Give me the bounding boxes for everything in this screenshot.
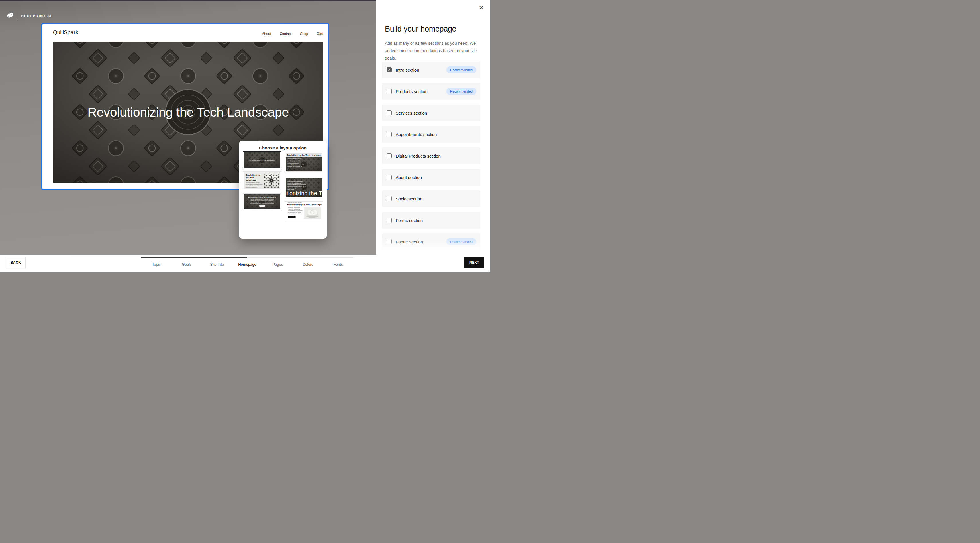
layout-col-right: Revolutionizing the Tech Landscape Step … [285, 151, 323, 221]
layout-thumb-image [264, 173, 279, 187]
thumb-body-text: Step into the future with our cutting-ed… [250, 199, 274, 204]
checkbox-unchecked-icon[interactable] [387, 110, 392, 116]
layout-grid: Revolutionizing the Tech Landscape Revol… [243, 151, 323, 221]
section-row-about-section[interactable]: About section [382, 169, 480, 186]
thumb-title: Revolutionizing the Tech Landscape [248, 197, 277, 198]
tab-homepage[interactable]: Homepage [232, 261, 262, 268]
checkbox-unchecked-icon[interactable] [387, 132, 392, 137]
checkbox-unchecked-icon[interactable] [387, 239, 392, 244]
site-title: QuillSpark [53, 29, 78, 35]
thumb-button [288, 187, 294, 189]
recommended-badge: Recommended [447, 238, 476, 245]
checkbox-unchecked-icon[interactable] [387, 175, 392, 180]
tab-pages[interactable]: Pages [262, 261, 293, 268]
site-nav: About Contact Shop Cart [262, 32, 323, 36]
panel-title: Build your homepage [385, 25, 456, 33]
thumb-title: Revolutionizing the Tech Landscape [244, 152, 280, 168]
section-row-appointments-section[interactable]: Appointments section [382, 126, 480, 143]
layout-option-title-above-image[interactable]: Revolutionizing the Tech Landscape Step … [285, 152, 323, 173]
section-row-digital-products-section[interactable]: Digital Products section [382, 148, 480, 164]
section-label: Forms section [396, 218, 423, 223]
section-label: About section [396, 175, 422, 180]
section-row-footer-section[interactable]: Footer sectionRecommended [382, 233, 480, 250]
section-row-social-section[interactable]: Social section [382, 191, 480, 207]
checkbox-unchecked-icon[interactable] [387, 196, 392, 201]
section-list: ✓Intro sectionRecommendedProducts sectio… [382, 62, 480, 255]
thumb-title: Revolutionizing the Tech Landscape [286, 153, 322, 157]
tab-topic[interactable]: Topic [141, 261, 172, 268]
popover-title: Choose a layout option [239, 146, 327, 150]
section-label: Products section [396, 89, 428, 94]
section-row-forms-section[interactable]: Forms section [382, 212, 480, 229]
layout-option-split-text-left[interactable]: Revolutionizing the Tech Landscape Step … [243, 171, 282, 190]
thumb-title: Revolutionizing the Tech Landscape [246, 174, 263, 181]
layout-thumb-product-image [304, 207, 321, 219]
nav-link-about[interactable]: About [262, 32, 271, 36]
layout-option-centered-text-on-image[interactable]: Revolutionizing the Tech Landscape Step … [243, 193, 282, 210]
progress-bar [141, 257, 353, 258]
tab-fonts[interactable]: Fonts [323, 261, 353, 268]
section-label: Intro section [396, 68, 419, 73]
thumb-title: utionizing the T [286, 190, 322, 197]
section-label: Appointments section [396, 132, 437, 137]
tab-site-info[interactable]: Site Info [202, 261, 232, 268]
recommended-badge: Recommended [447, 88, 476, 95]
progress-fill [141, 257, 247, 258]
section-label: Digital Products section [396, 154, 441, 158]
step-tabs: TopicGoalsSite InfoHomepagePagesColorsFo… [141, 261, 353, 268]
layout-option-title-top-product-right[interactable]: Revolutionizing the Tech Landscape Step … [285, 201, 323, 221]
section-row-services-section[interactable]: Services section [382, 105, 480, 121]
thumb-body-text: Step into the future with our cutting-ed… [287, 158, 305, 171]
app-brand-title: BLUEPRINT AI [21, 14, 52, 18]
nav-link-cart[interactable]: Cart [317, 32, 323, 36]
recommended-badge: Recommended [447, 67, 476, 73]
section-label: Services section [396, 111, 427, 116]
squarespace-logo-icon [6, 11, 14, 20]
section-label: Social section [396, 197, 422, 201]
tab-colors[interactable]: Colors [293, 261, 323, 268]
thumb-button [288, 216, 296, 218]
thumb-body-text: Step into the future with our cutting-ed… [246, 182, 263, 189]
blueprint-ai-window: BLUEPRINT AI QuillSpark About Contact Sh… [0, 0, 490, 272]
checkbox-unchecked-icon[interactable] [387, 89, 392, 94]
thumb-body-text: Step into the future with our cutting-ed… [288, 202, 303, 215]
thumb-button [259, 205, 265, 207]
header-divider [17, 11, 18, 20]
nav-link-shop[interactable]: Shop [300, 32, 308, 36]
nav-link-contact[interactable]: Contact [280, 32, 291, 36]
layout-option-oversized-title-bottom[interactable]: Step into the future with our cutting-ed… [285, 177, 323, 198]
homepage-builder-panel: ✕ Build your homepage Add as many or as … [376, 0, 490, 272]
next-button[interactable]: NEXT [464, 257, 484, 268]
tab-goals[interactable]: Goals [172, 261, 202, 268]
back-button[interactable]: BACK [6, 257, 25, 268]
close-icon[interactable]: ✕ [479, 5, 484, 11]
layout-col-left: Revolutionizing the Tech Landscape Revol… [243, 151, 282, 221]
checkbox-unchecked-icon[interactable] [387, 153, 392, 158]
section-row-intro-section[interactable]: ✓Intro sectionRecommended [382, 62, 480, 78]
thumb-body-text: Step into the future with our cutting-ed… [287, 179, 306, 191]
section-label: Footer section [396, 240, 423, 244]
checkbox-unchecked-icon[interactable] [387, 218, 392, 223]
wizard-footer: BACK TopicGoalsSite InfoHomepagePagesCol… [0, 255, 490, 272]
layout-options-popover: Choose a layout option Revolutionizing t… [239, 141, 327, 238]
panel-description: Add as many or as few sections as you ne… [385, 40, 480, 62]
checkbox-checked-icon[interactable]: ✓ [387, 67, 392, 73]
section-row-products-section[interactable]: Products sectionRecommended [382, 83, 480, 100]
layout-option-hero-overlay-centered[interactable]: Revolutionizing the Tech Landscape [243, 151, 282, 169]
